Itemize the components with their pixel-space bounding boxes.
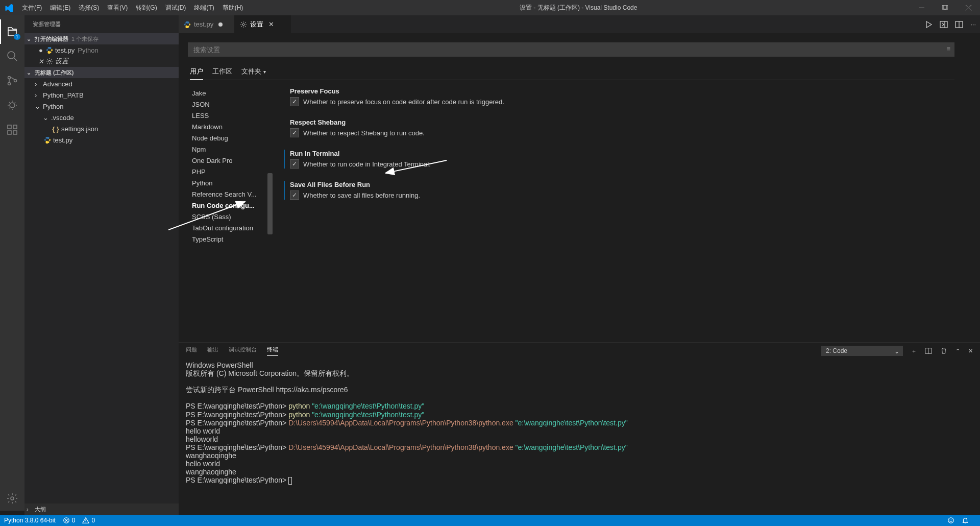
svg-point-6 — [14, 80, 17, 82]
checkbox[interactable]: ✓ — [290, 190, 299, 200]
editor-area: test.py设置✕ ··· ≡ 用户 工作区 文件夹▾ JakeJSONLES — [179, 15, 980, 511]
explorer-icon[interactable]: 1 — [0, 19, 24, 44]
new-terminal-icon[interactable]: ＋ — [911, 347, 917, 355]
status-warnings[interactable]: 0 — [82, 517, 95, 524]
setting-description: Whether to save all files before running… — [303, 192, 420, 199]
minimize-button[interactable] — [910, 0, 933, 15]
tree-item[interactable]: ›Advanced — [24, 78, 179, 89]
toc-item[interactable]: TypeScript — [192, 233, 270, 245]
toc-item[interactable]: Node debug — [192, 132, 270, 144]
close-button[interactable] — [957, 0, 980, 15]
panel-tab[interactable]: 输出 — [207, 346, 218, 356]
close-tab-icon[interactable]: ✕ — [268, 20, 274, 28]
setting-item: Respect Shebang✓Whether to respect Sheba… — [290, 118, 954, 137]
menu-item[interactable]: 文件(F) — [18, 4, 46, 12]
open-editor-item[interactable]: ✕设置 — [24, 56, 179, 67]
maximize-button[interactable] — [933, 0, 957, 15]
editor-tabs: test.py设置✕ ··· — [179, 15, 980, 33]
chevron-up-icon[interactable]: ⌃ — [955, 348, 960, 354]
tree-item[interactable]: { }settings.json — [24, 123, 179, 134]
setting-title: Respect Shebang — [290, 118, 954, 126]
toc-item[interactable]: SCSS (Sass) — [192, 211, 270, 222]
search-icon[interactable] — [0, 44, 24, 68]
svg-point-4 — [8, 77, 11, 79]
tree-item-label: .vscode — [51, 114, 74, 122]
status-errors[interactable]: 0 — [63, 517, 76, 524]
tree-item-label: settings.json — [61, 125, 98, 133]
open-editors-header[interactable]: ⌄ 打开的编辑器 1 个未保存 — [24, 33, 179, 44]
setting-title: Preserve Focus — [290, 87, 954, 95]
toc-item[interactable]: Markdown — [192, 121, 270, 132]
checkbox[interactable]: ✓ — [290, 159, 299, 169]
toc-item[interactable]: Python — [192, 177, 270, 188]
toc-item[interactable]: LESS — [192, 110, 270, 121]
scrollbar[interactable] — [267, 173, 273, 234]
split-right-icon[interactable] — [940, 20, 948, 29]
svg-point-5 — [8, 83, 11, 85]
outline-header[interactable]: ›大纲 — [24, 504, 179, 515]
python-icon — [43, 136, 52, 144]
settings-gear-icon[interactable] — [0, 486, 24, 511]
vscode-logo-icon — [0, 4, 18, 12]
panel-tab[interactable]: 终端 — [267, 346, 278, 356]
split-editor-icon[interactable] — [955, 20, 963, 29]
setting-item: Save All Files Before Run✓Whether to sav… — [284, 181, 954, 200]
open-editor-item[interactable]: ●test.pyPython — [24, 44, 179, 56]
tab-icon — [184, 21, 191, 28]
terminal-body[interactable]: Windows PowerShell 版权所有 (C) Microsoft Co… — [179, 359, 980, 511]
panel-tab[interactable]: 问题 — [186, 346, 197, 356]
tree-item[interactable]: ⌄.vscode — [24, 112, 179, 123]
checkbox[interactable]: ✓ — [290, 128, 299, 137]
editor-tab[interactable]: 设置✕ — [235, 15, 291, 33]
status-feedback-icon[interactable] — [947, 517, 954, 524]
file-icon — [45, 58, 54, 65]
scope-workspace[interactable]: 工作区 — [212, 64, 232, 80]
checkbox[interactable]: ✓ — [290, 97, 299, 106]
toc-item[interactable]: PHP — [192, 166, 270, 177]
file-icon — [45, 46, 54, 54]
menu-item[interactable]: 终端(T) — [190, 4, 218, 12]
toc-item[interactable]: Jake — [192, 87, 270, 99]
close-panel-icon[interactable]: ✕ — [968, 348, 973, 354]
terminal-selector[interactable]: 2: Code ⌄ — [821, 346, 903, 356]
toc-item[interactable]: One Dark Pro — [192, 155, 270, 166]
source-control-icon[interactable] — [0, 68, 24, 93]
status-python[interactable]: Python 3.8.0 64-bit — [4, 517, 56, 524]
trash-icon[interactable] — [940, 347, 947, 354]
filter-icon[interactable]: ≡ — [946, 45, 950, 53]
tree-item[interactable]: ›Python_PATB — [24, 89, 179, 101]
warning-count: 0 — [91, 517, 95, 524]
panel-tab[interactable]: 调试控制台 — [229, 346, 257, 356]
editor-tab[interactable]: test.py — [179, 15, 235, 33]
tab-icon — [240, 21, 247, 28]
toc-item[interactable]: Npm — [192, 144, 270, 155]
extensions-icon[interactable] — [0, 117, 24, 142]
svg-point-7 — [10, 103, 15, 108]
split-terminal-icon[interactable] — [925, 347, 932, 354]
settings-toc: JakeJSONLESSMarkdownNode debugNpmOne Dar… — [188, 87, 270, 342]
scope-user[interactable]: 用户 — [190, 64, 203, 80]
menu-item[interactable]: 调试(D) — [161, 4, 190, 12]
menu-item[interactable]: 选择(S) — [75, 4, 103, 12]
more-icon[interactable]: ··· — [970, 20, 976, 28]
tree-item[interactable]: ⌄Python — [24, 101, 179, 112]
workspace-header[interactable]: ⌄ 无标题 (工作区) — [24, 67, 179, 78]
menu-item[interactable]: 编辑(E) — [46, 4, 75, 12]
svg-rect-10 — [13, 131, 17, 134]
run-icon[interactable] — [924, 20, 933, 29]
debug-icon[interactable] — [0, 93, 24, 117]
menu-item[interactable]: 转到(G) — [132, 4, 161, 12]
menu-item[interactable]: 帮助(H) — [218, 4, 248, 12]
svg-point-13 — [48, 60, 51, 62]
toc-item[interactable]: JSON — [192, 99, 270, 110]
file-name: test.py — [55, 46, 75, 54]
toc-item[interactable]: TabOut configuration — [192, 222, 270, 233]
toc-item[interactable]: Reference Search V... — [192, 188, 270, 200]
scope-folder[interactable]: 文件夹▾ — [241, 64, 266, 80]
menu-item[interactable]: 查看(V) — [103, 4, 132, 12]
status-bell-icon[interactable] — [962, 517, 969, 524]
tree-item[interactable]: test.py — [24, 134, 179, 146]
toc-item[interactable]: Run Code configu... — [192, 200, 270, 211]
settings-search-input[interactable] — [188, 42, 954, 57]
workspace-label: 无标题 (工作区) — [35, 69, 74, 77]
